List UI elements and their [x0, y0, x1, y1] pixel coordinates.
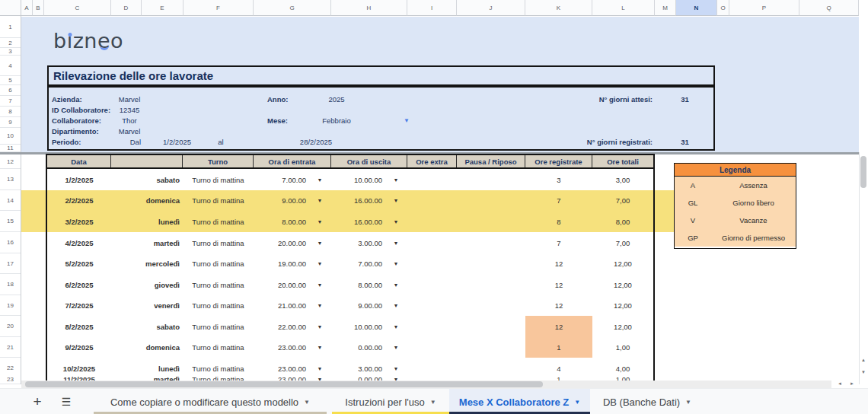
mese-value-cell[interactable]: Febbraio	[310, 116, 363, 126]
column-letter-cell[interactable]: D	[111, 0, 142, 16]
azienda-value-cell[interactable]: Marvel	[107, 94, 152, 104]
day-cell[interactable]: sabato	[111, 316, 180, 337]
time-in-cell[interactable]: 7.00.00	[254, 169, 306, 190]
column-letter-cell[interactable]: I	[407, 0, 457, 16]
row-number-cell[interactable]: 23	[0, 374, 21, 384]
day-cell[interactable]: domenica	[111, 190, 180, 211]
column-letter-cell[interactable]: Q	[799, 0, 859, 16]
time-in-dropdown-icon[interactable]: ▼	[315, 274, 324, 295]
column-letter-cell[interactable]: H	[331, 0, 407, 16]
day-cell[interactable]: giovedì	[111, 274, 180, 295]
time-out-dropdown-icon[interactable]: ▼	[391, 316, 400, 337]
day-cell[interactable]: lunedì	[111, 211, 180, 232]
row-number-cell[interactable]: 2	[0, 38, 21, 48]
hours-registered-cell[interactable]: 12	[525, 295, 592, 316]
hours-registered-cell[interactable]: 12	[525, 253, 592, 274]
column-header-data[interactable]: Data	[47, 155, 111, 167]
sheet-tab[interactable]: Come copiare o modificare questo modello…	[94, 389, 327, 414]
time-out-cell[interactable]: 8.00.00	[331, 274, 382, 295]
date-cell[interactable]: 5/2/2025	[47, 253, 111, 274]
date-cell[interactable]: 2/2/2025	[47, 190, 111, 211]
sheet-title-cell[interactable]: Rilevazione delle ore lavorate	[47, 65, 715, 86]
column-header-day[interactable]	[111, 155, 183, 167]
row-number-cell[interactable]: 11	[0, 145, 21, 152]
day-cell[interactable]: sabato	[111, 169, 180, 190]
row-number-cell[interactable]: 16	[0, 232, 21, 253]
column-letter-cell[interactable]: L	[592, 0, 655, 16]
row-number-cell[interactable]: 9	[0, 117, 21, 128]
time-in-cell[interactable]: 20.00.00	[254, 232, 306, 253]
anno-value-cell[interactable]: 2025	[310, 94, 363, 104]
hours-registered-cell[interactable]: 8	[525, 211, 592, 232]
time-in-dropdown-icon[interactable]: ▼	[315, 190, 324, 211]
row-number-cell[interactable]: 10	[0, 128, 21, 145]
column-letter-cell[interactable]: K	[525, 0, 592, 16]
date-cell[interactable]: 4/2/2025	[47, 232, 111, 253]
row-number-cell[interactable]: 15	[0, 211, 21, 232]
hours-total-cell[interactable]: 8,00	[592, 211, 653, 232]
giorni-registrati-value-cell[interactable]: 31	[664, 137, 706, 147]
shift-cell[interactable]: Turno di mattina	[183, 316, 254, 337]
dipartimento-value-cell[interactable]: Marvel	[107, 126, 152, 136]
horizontal-scrollbar-thumb[interactable]	[25, 381, 543, 387]
row-number-cell[interactable]: 7	[0, 96, 21, 107]
vertical-scrollbar-thumb[interactable]	[860, 156, 866, 188]
id-collaboratore-value-cell[interactable]: 12345	[107, 105, 152, 115]
time-out-cell[interactable]: 0.00.00	[331, 337, 382, 358]
time-out-cell[interactable]: 16.00.00	[331, 211, 382, 232]
time-in-cell[interactable]: 21.00.00	[254, 295, 306, 316]
time-in-dropdown-icon[interactable]: ▼	[315, 253, 324, 274]
date-cell[interactable]: 6/2/2025	[47, 274, 111, 295]
column-letter-cell[interactable]: A	[21, 0, 33, 16]
column-header-ore-registrate[interactable]: Ore registrate	[525, 155, 592, 167]
column-letter-cell[interactable]: N	[676, 0, 717, 16]
sheet-tab[interactable]: DB (Banche Dati)▼	[590, 389, 704, 414]
row-number-cell[interactable]: 12	[0, 155, 21, 169]
hours-total-cell[interactable]: 1,00	[592, 337, 653, 358]
time-in-cell[interactable]: 20.00.00	[254, 274, 306, 295]
time-in-dropdown-icon[interactable]: ▼	[315, 295, 324, 316]
shift-cell[interactable]: Turno di mattina	[183, 253, 254, 274]
column-letter-cell[interactable]: J	[457, 0, 525, 16]
hours-total-cell[interactable]: 12,00	[592, 316, 653, 337]
row-number-cell[interactable]: 17	[0, 253, 21, 274]
time-in-dropdown-icon[interactable]: ▼	[315, 169, 324, 190]
time-out-dropdown-icon[interactable]: ▼	[391, 169, 400, 190]
column-letter-cell[interactable]: O	[717, 0, 729, 16]
row-number-cell[interactable]: 8	[0, 107, 21, 117]
sheet-tab[interactable]: Istruzioni per l'uso▼	[332, 389, 449, 414]
add-sheet-button[interactable]: +	[27, 389, 47, 414]
scroll-down-icon[interactable]: ▼	[859, 367, 868, 377]
column-letter-cell[interactable]: M	[655, 0, 676, 16]
time-out-dropdown-icon[interactable]: ▼	[391, 211, 400, 232]
date-cell[interactable]: 9/2/2025	[47, 337, 111, 358]
time-in-dropdown-icon[interactable]: ▼	[315, 316, 324, 337]
periodo-al-value-cell[interactable]: 28/2/2025	[266, 137, 365, 147]
column-letter-cell[interactable]: E	[142, 0, 183, 16]
time-out-cell[interactable]: 3.00.00	[331, 232, 382, 253]
time-out-dropdown-icon[interactable]: ▼	[391, 295, 400, 316]
shift-cell[interactable]: Turno di mattina	[183, 274, 254, 295]
date-cell[interactable]: 1/2/2025	[47, 169, 111, 190]
hours-registered-cell[interactable]: 1	[525, 337, 592, 358]
hours-registered-cell[interactable]: 7	[525, 232, 592, 253]
time-out-dropdown-icon[interactable]: ▼	[391, 232, 400, 253]
time-out-cell[interactable]: 9.00.00	[331, 295, 382, 316]
time-in-dropdown-icon[interactable]: ▼	[315, 232, 324, 253]
scroll-right-icon[interactable]: ►	[847, 379, 857, 388]
time-out-cell[interactable]: 7.00.00	[331, 253, 382, 274]
row-number-cell[interactable]: 6	[0, 85, 21, 96]
column-letter-cell[interactable]: F	[183, 0, 254, 16]
column-header-ora-entrata[interactable]: Ora di entrata	[254, 155, 331, 167]
row-number-cell[interactable]: 20	[0, 316, 21, 337]
hours-total-cell[interactable]: 7,00	[592, 232, 653, 253]
hours-registered-cell[interactable]: 3	[525, 169, 592, 190]
hours-total-cell[interactable]: 12,00	[592, 274, 653, 295]
row-number-cell[interactable]: 4	[0, 56, 21, 76]
shift-cell[interactable]: Turno di mattina	[183, 190, 254, 211]
column-letter-cell[interactable]: G	[254, 0, 331, 16]
time-out-cell[interactable]: 16.00.00	[331, 190, 382, 211]
row-number-cell[interactable]: 1	[0, 17, 21, 38]
hours-registered-cell[interactable]: 7	[525, 190, 592, 211]
column-letter-cell[interactable]: P	[729, 0, 799, 16]
